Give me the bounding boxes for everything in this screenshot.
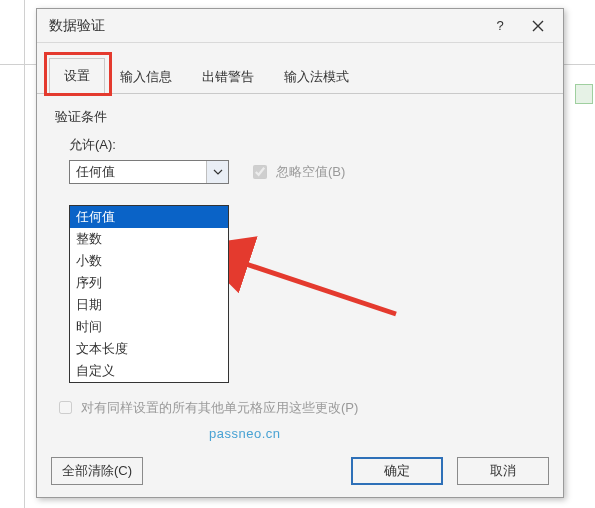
close-icon xyxy=(532,20,544,32)
tab-label: 设置 xyxy=(64,68,90,83)
allow-combobox-button[interactable] xyxy=(206,161,228,183)
settings-panel: 验证条件 允许(A): 任何值 忽略空值(B) xyxy=(37,94,563,192)
dropdown-item[interactable]: 时间 xyxy=(70,316,228,338)
titlebar: 数据验证 ? xyxy=(37,9,563,43)
ignore-blank-label: 忽略空值(B) xyxy=(276,163,345,181)
clear-all-button[interactable]: 全部清除(C) xyxy=(51,457,143,485)
dropdown-item[interactable]: 日期 xyxy=(70,294,228,316)
cancel-button[interactable]: 取消 xyxy=(457,457,549,485)
ignore-blank-input[interactable] xyxy=(253,165,267,179)
tab-error-alert[interactable]: 出错警告 xyxy=(187,59,269,94)
help-icon: ? xyxy=(496,18,503,33)
apply-all-input[interactable] xyxy=(59,401,72,414)
dialog-footer: 全部清除(C) 确定 取消 xyxy=(37,445,563,497)
allow-dropdown-list[interactable]: 任何值 整数 小数 序列 日期 时间 文本长度 自定义 xyxy=(69,205,229,383)
dropdown-item[interactable]: 自定义 xyxy=(70,360,228,382)
tab-label: 出错警告 xyxy=(202,69,254,84)
watermark-text: passneo.cn xyxy=(209,426,281,441)
dropdown-item[interactable]: 整数 xyxy=(70,228,228,250)
allow-combobox-value: 任何值 xyxy=(70,163,206,181)
tab-settings[interactable]: 设置 xyxy=(49,58,105,94)
apply-all-label: 对有同样设置的所有其他单元格应用这些更改(P) xyxy=(81,399,358,417)
criteria-group-label: 验证条件 xyxy=(55,108,545,126)
tab-label: 输入信息 xyxy=(120,69,172,84)
dropdown-item[interactable]: 任何值 xyxy=(70,206,228,228)
close-button[interactable] xyxy=(519,12,557,40)
button-label: 确定 xyxy=(384,462,410,480)
dropdown-item[interactable]: 文本长度 xyxy=(70,338,228,360)
allow-combobox[interactable]: 任何值 xyxy=(69,160,229,184)
data-validation-dialog: 数据验证 ? 设置 输入信息 出错警告 输入法模式 验证条件 允许(A): 任何… xyxy=(36,8,564,498)
tab-bar: 设置 输入信息 出错警告 输入法模式 xyxy=(37,43,563,94)
ignore-blank-checkbox[interactable]: 忽略空值(B) xyxy=(249,162,345,182)
apply-all-checkbox[interactable]: 对有同样设置的所有其他单元格应用这些更改(P) xyxy=(55,398,358,417)
chevron-down-icon xyxy=(213,167,223,177)
ok-button[interactable]: 确定 xyxy=(351,457,443,485)
dialog-title: 数据验证 xyxy=(49,17,481,35)
dropdown-item[interactable]: 序列 xyxy=(70,272,228,294)
tab-label: 输入法模式 xyxy=(284,69,349,84)
tab-ime-mode[interactable]: 输入法模式 xyxy=(269,59,364,94)
help-button[interactable]: ? xyxy=(481,12,519,40)
dropdown-item[interactable]: 小数 xyxy=(70,250,228,272)
tab-input-message[interactable]: 输入信息 xyxy=(105,59,187,94)
button-label: 取消 xyxy=(490,462,516,480)
button-label: 全部清除(C) xyxy=(62,462,132,480)
allow-label: 允许(A): xyxy=(69,136,545,154)
